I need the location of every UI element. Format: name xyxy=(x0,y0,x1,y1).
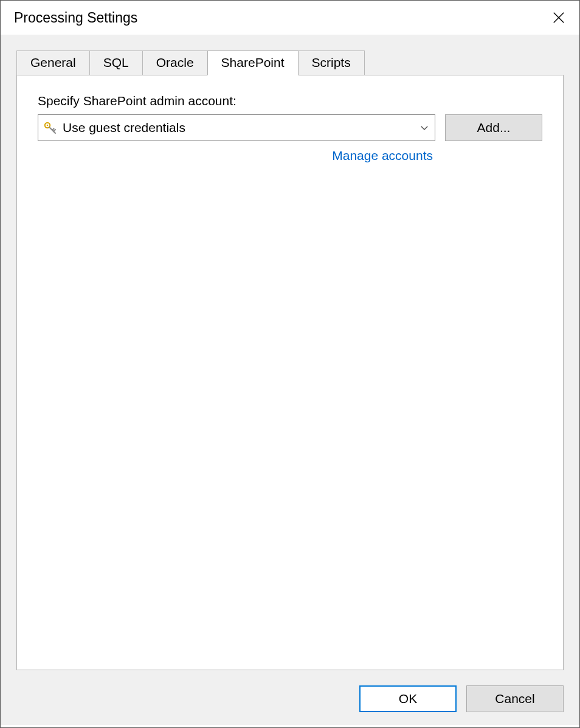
account-dropdown[interactable]: Use guest credentials xyxy=(38,114,435,141)
dialog-title: Processing Settings xyxy=(14,10,137,26)
manage-accounts-row: Manage accounts xyxy=(38,148,542,163)
tab-general[interactable]: General xyxy=(16,50,90,75)
close-icon xyxy=(552,11,565,24)
close-button[interactable] xyxy=(549,8,568,27)
ok-button[interactable]: OK xyxy=(359,685,457,712)
tab-sharepoint[interactable]: SharePoint xyxy=(207,50,299,75)
svg-point-3 xyxy=(47,125,49,127)
tab-sql[interactable]: SQL xyxy=(89,50,143,75)
titlebar: Processing Settings xyxy=(1,1,579,35)
tabstrip: General SQL Oracle SharePoint Scripts xyxy=(16,50,564,75)
tab-oracle[interactable]: Oracle xyxy=(142,50,208,75)
cancel-button[interactable]: Cancel xyxy=(466,685,564,712)
account-field-label: Specify SharePoint admin account: xyxy=(38,94,542,108)
manage-accounts-link[interactable]: Manage accounts xyxy=(332,148,433,162)
key-icon xyxy=(43,120,58,135)
account-dropdown-value: Use guest credentials xyxy=(63,120,419,135)
add-account-button[interactable]: Add... xyxy=(445,114,542,141)
dialog-footer: OK Cancel xyxy=(1,673,579,725)
dialog-body: General SQL Oracle SharePoint Scripts Sp… xyxy=(1,35,579,673)
tab-scripts[interactable]: Scripts xyxy=(298,50,365,75)
tab-panel-sharepoint: Specify SharePoint admin account: Use gu… xyxy=(16,75,564,670)
chevron-down-icon xyxy=(419,122,430,133)
account-row: Use guest credentials Add... xyxy=(38,114,542,141)
